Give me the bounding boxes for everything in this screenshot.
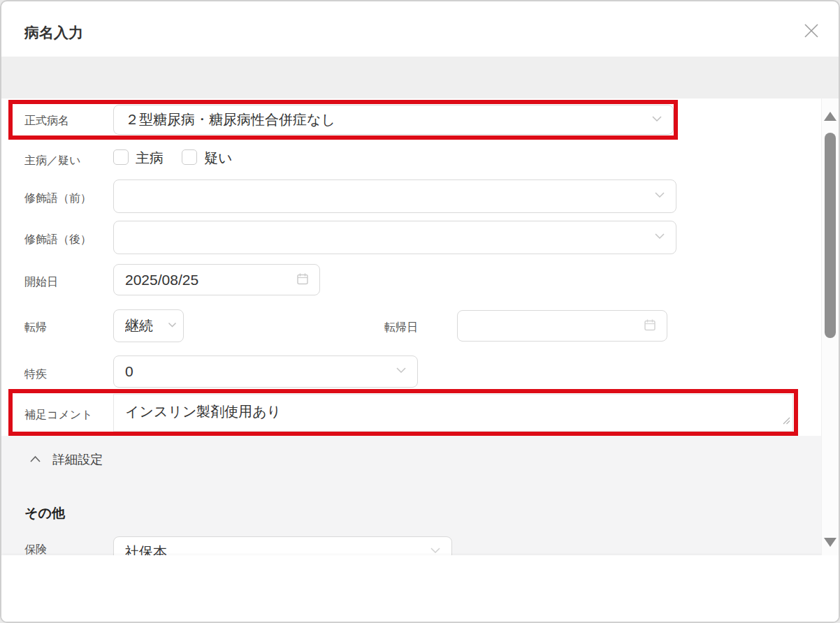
outcome-select[interactable]: 継続 [113,309,184,342]
special-disease-select[interactable]: 0 [113,356,418,388]
close-icon[interactable] [802,21,821,41]
suspect-checkbox-label: 疑い [204,149,232,168]
chevron-down-icon [395,364,407,379]
outcome-date-label: 転帰日 [384,321,418,335]
chevron-down-icon [167,319,178,332]
formal-name-value: ２型糖尿病・糖尿病性合併症なし [125,110,335,129]
insurance-value: 社保本 [125,543,167,556]
calendar-icon[interactable] [296,272,310,288]
resize-handle-icon[interactable] [782,411,790,429]
special-disease-value: 0 [125,363,133,380]
modifier-back-select[interactable] [113,221,676,254]
disease-name-input-dialog: 病名入力 正式病名 ２型糖尿病・糖尿病性合併症なし 主病／疑い 主病 疑い 修飾… [0,0,840,623]
main-suspect-label: 主病／疑い [24,154,80,168]
outcome-date-input[interactable] [457,310,667,342]
header-divider-band [1,57,840,98]
details-section: 保険 社保本 [1,436,825,555]
chevron-down-icon [653,230,666,245]
dialog-footer: 登録 [1,555,840,623]
chevron-down-icon [653,189,666,204]
scroll-up-button[interactable] [824,112,837,121]
start-date-value: 2025/08/25 [125,272,198,288]
suspect-checkbox[interactable] [182,149,197,165]
modifier-front-select[interactable] [113,179,676,213]
outcome-label: 転帰 [24,321,47,335]
start-date-label: 開始日 [24,275,58,290]
modifier-back-label: 修飾語（後） [24,233,92,247]
chevron-up-icon[interactable] [29,454,41,467]
modifier-front-label: 修飾語（前） [24,191,92,206]
calendar-icon[interactable] [643,318,657,335]
comment-label: 補足コメント [24,408,93,423]
chevron-down-icon [651,112,663,128]
scrollbar-track[interactable] [821,98,839,555]
outcome-value: 継続 [125,316,153,335]
insurance-select[interactable]: 社保本 [113,536,452,555]
insurance-label: 保険 [24,543,47,555]
others-heading: その他 [24,504,65,522]
comment-textarea[interactable]: インスリン製剤使用あり [113,394,793,432]
formal-name-label: 正式病名 [24,114,69,129]
start-date-input[interactable]: 2025/08/25 [113,264,320,295]
dialog-title: 病名入力 [24,23,83,43]
scroll-thumb[interactable] [825,133,836,338]
details-toggle[interactable]: 詳細設定 [52,451,103,468]
chevron-down-icon [429,544,442,555]
comment-value: インスリン製剤使用あり [125,404,281,419]
scroll-down-button[interactable] [824,538,837,547]
special-disease-label: 特疾 [24,367,47,382]
formal-name-select[interactable]: ２型糖尿病・糖尿病性合併症なし [113,105,674,135]
main-disease-checkbox-label: 主病 [136,149,164,168]
main-disease-checkbox[interactable] [113,149,129,165]
